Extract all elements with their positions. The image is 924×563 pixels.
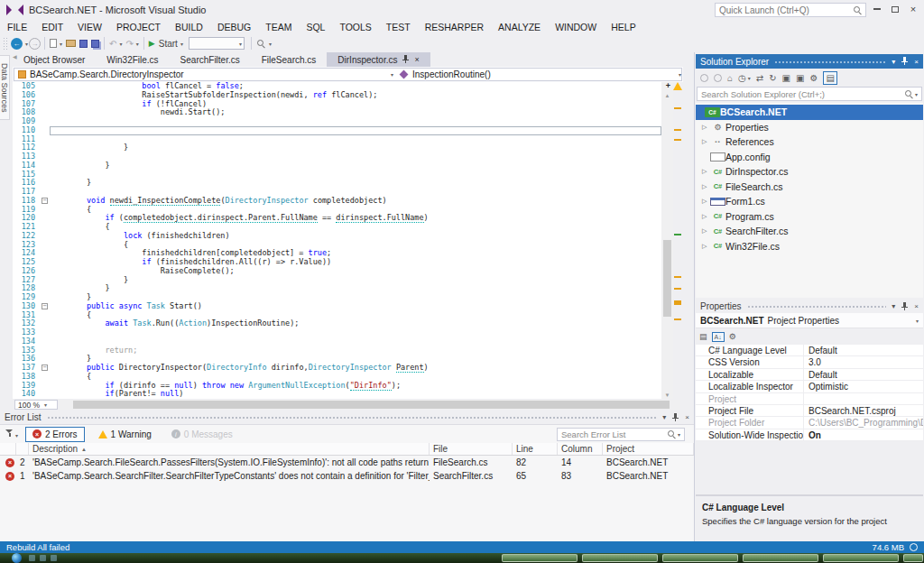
column-column[interactable]: Column (558, 443, 603, 455)
code-line-108[interactable]: 108 newdi.Start(); (13, 108, 661, 117)
warnings-filter-button[interactable]: 1 Warning (92, 428, 158, 441)
taskbar-icon[interactable] (29, 555, 35, 561)
save-all-button[interactable] (91, 40, 99, 48)
solution-explorer-search-input[interactable]: Search Solution Explorer (Ctrl+;) ▾ (697, 87, 922, 101)
pin-icon[interactable] (402, 55, 410, 64)
property-row-project-folder[interactable]: Project FolderC:\Users\BC_Programming\Do… (696, 417, 923, 429)
code-line-130[interactable]: 130− public async Task Start() (13, 302, 661, 311)
property-row-project[interactable]: Project (696, 393, 923, 405)
tree-item-filesearch-cs[interactable]: ▷C#FileSearch.cs (696, 180, 923, 195)
navigate-backward-dropdown[interactable]: ▾ (25, 41, 28, 47)
taskbar-window-button[interactable] (582, 554, 658, 562)
expander-icon[interactable]: ▷ (702, 227, 710, 235)
menu-item-view[interactable]: VIEW (70, 22, 109, 32)
tree-item-form1-cs[interactable]: ▷Form1.cs (696, 194, 923, 209)
menu-item-debug[interactable]: DEBUG (210, 22, 258, 32)
window-position-icon[interactable]: ▾ (662, 413, 666, 421)
scrollbar-thumb[interactable] (663, 240, 671, 317)
property-row-localizable[interactable]: LocalizableDefault (696, 369, 923, 381)
code-line-133[interactable]: 133 (13, 328, 661, 337)
start-debug-button[interactable]: ▶Start▾ (149, 39, 183, 49)
tree-item-references[interactable]: ▷▪▪References (696, 134, 923, 150)
expander-icon[interactable]: ▷ (702, 168, 710, 175)
member-dropdown-arrow[interactable]: ▾ (679, 71, 681, 78)
fold-marker-icon[interactable]: − (42, 365, 48, 371)
type-dropdown[interactable]: BASeCamp.Search.DirectoryInspector (30, 69, 389, 79)
pin-icon[interactable] (901, 302, 909, 311)
tab-dirinspector-cs[interactable]: DirInspector.cs× (327, 52, 430, 67)
open-file-button[interactable] (66, 40, 76, 47)
code-line-128[interactable]: 128 } (13, 284, 661, 293)
column-description[interactable]: Description▲ (29, 443, 430, 455)
tab-object-browser[interactable]: Object Browser (13, 52, 96, 67)
close-icon[interactable]: × (414, 55, 419, 64)
menu-item-window[interactable]: WINDOW (548, 22, 604, 32)
drag-grip[interactable] (747, 305, 887, 309)
expander-icon[interactable]: ▷ (702, 213, 710, 220)
tree-item-win32file-cs[interactable]: ▷C#Win32File.cs (696, 239, 923, 254)
scroll-up-icon[interactable]: ▲ (661, 93, 673, 98)
taskbar-window-button[interactable] (743, 554, 818, 562)
splitter-icon[interactable]: + (666, 82, 670, 90)
save-button[interactable] (79, 40, 88, 48)
messages-filter-button[interactable]: i 0 Messages (165, 428, 239, 441)
filter-button[interactable]: ▾ (5, 429, 18, 439)
taskbar-icon[interactable] (51, 555, 57, 561)
code-line-110[interactable]: 110 (13, 126, 661, 135)
collapse-all-button[interactable]: ▣ (782, 73, 790, 83)
code-line-140[interactable]: 140 if(Parent!= null) (13, 390, 661, 399)
taskbar-window-button[interactable] (662, 554, 738, 562)
navigate-backward-button[interactable]: ← (11, 38, 23, 50)
undo-button[interactable]: ↶▾ (109, 39, 122, 49)
expander-icon[interactable]: ▷ (702, 183, 710, 190)
properties-wrench-button[interactable]: ⚙ (809, 73, 818, 83)
find-in-files-button[interactable] (256, 39, 265, 48)
code-line-132[interactable]: 132 await Task.Run((Action)InspectionRou… (13, 319, 661, 328)
taskbar-window-button[interactable] (502, 554, 578, 562)
close-button[interactable]: × (904, 2, 922, 16)
column-line[interactable]: Line (513, 443, 558, 455)
quick-launch-input[interactable]: Quick Launch (Ctrl+Q) (715, 3, 866, 17)
tree-item-bcsearch-net[interactable]: C#BCSearch.NET (696, 105, 923, 120)
menu-item-sql[interactable]: SQL (299, 22, 332, 32)
error-list-search-input[interactable]: Search Error List ▾ (557, 428, 685, 441)
scroll-down-icon[interactable]: ▼ (661, 392, 673, 398)
menu-item-project[interactable]: PROJECT (109, 22, 168, 32)
tab-searchfilter-cs[interactable]: SearchFilter.cs (170, 52, 251, 67)
window-position-icon[interactable]: ▾ (892, 58, 895, 66)
categorized-button[interactable]: ▤ (699, 332, 707, 341)
taskbar-window-button[interactable] (903, 554, 923, 562)
code-line-115[interactable]: 115 (13, 171, 661, 180)
minimize-button[interactable] (868, 2, 886, 16)
window-position-icon[interactable]: ▾ (892, 302, 895, 310)
close-icon[interactable]: × (914, 58, 919, 66)
column-project[interactable]: Project (603, 443, 694, 455)
tree-item-searchfilter-cs[interactable]: ▷C#SearchFilter.cs (696, 224, 923, 239)
expander-icon[interactable]: ▷ (702, 198, 710, 205)
restore-button[interactable] (886, 2, 904, 16)
code-line-116[interactable]: 116 } (13, 179, 661, 188)
home-button[interactable]: ⌂ (727, 73, 733, 83)
tab-win32file-cs[interactable]: Win32File.cs (96, 52, 169, 67)
resharper-status-icon[interactable] (910, 543, 918, 551)
show-all-files-button[interactable]: ▣ (796, 73, 804, 83)
code-line-120[interactable]: 120 if (completedobject.dirinspect.Paren… (13, 214, 661, 223)
property-row-c-language-level[interactable]: C# Language LevelDefault (696, 345, 923, 356)
close-icon[interactable]: × (914, 302, 919, 310)
menu-item-resharper[interactable]: RESHARPER (418, 22, 491, 32)
menu-item-team[interactable]: TEAM (258, 22, 299, 32)
pin-icon[interactable] (671, 413, 679, 422)
sync-with-active-document-button[interactable]: ⇄ (756, 73, 763, 83)
expander-icon[interactable]: ▷ (702, 124, 710, 131)
menu-item-edit[interactable]: EDIT (34, 22, 70, 32)
alphabetical-sort-button[interactable]: A↓ (712, 332, 725, 342)
tab-filesearch-cs[interactable]: FileSearch.cs (251, 52, 328, 67)
column-file[interactable]: File (430, 443, 513, 455)
file-status-warning-icon[interactable] (673, 82, 682, 90)
fold-marker-icon[interactable]: − (42, 198, 48, 204)
navigate-forward-button[interactable]: → (29, 38, 41, 50)
property-row-localizable-inspector[interactable]: Localizable InspectorOptimistic (696, 381, 923, 392)
error-row-1[interactable]: ×2'BASeCamp.Search.FileSearch.PassesFilt… (0, 456, 694, 469)
expander-icon[interactable]: ▷ (702, 138, 710, 145)
pin-icon[interactable] (901, 57, 909, 66)
